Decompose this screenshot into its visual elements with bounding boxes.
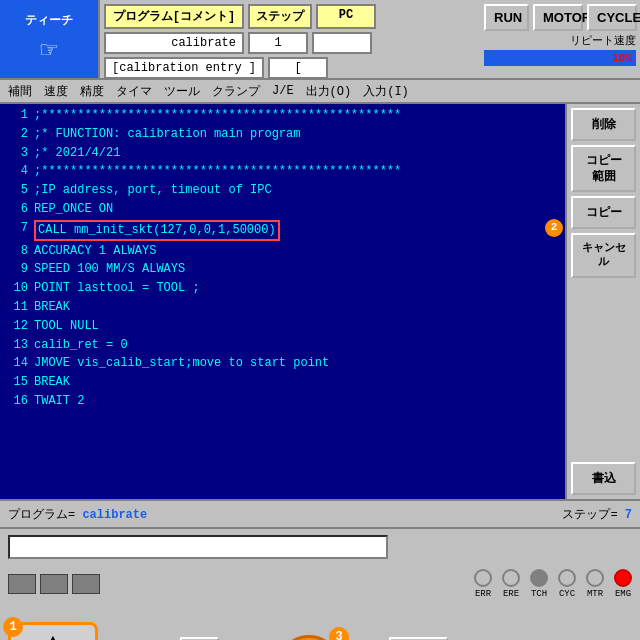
code-line-3[interactable]: 3;* 2021/4/21 [0,144,565,163]
code-line-6[interactable]: 6REP_ONCE ON [0,200,565,219]
line-number: 12 [4,318,28,335]
code-line-12[interactable]: 12TOOL NULL [0,317,565,336]
code-line-1[interactable]: 1;**************************************… [0,106,565,125]
mtr-circle [586,569,604,587]
line-number: 3 [4,145,28,162]
cancel-button[interactable]: キャンセル [571,233,636,278]
toolbar-hokan[interactable]: 補間 [8,83,32,100]
line-text: TOOL NULL [34,318,99,335]
line-number: 9 [4,261,28,278]
line-text: ;* 2021/4/21 [34,145,120,162]
run-button[interactable]: RUN [484,4,529,31]
status-bar: プログラム= calibrate ステップ= 7 [0,499,640,529]
code-line-13[interactable]: 13calib_ret = 0 [0,336,565,355]
code-line-10[interactable]: 10POINT lasttool = TOOL ; [0,279,565,298]
line-number: 15 [4,374,28,391]
code-line-11[interactable]: 11BREAK [0,298,565,317]
code-line-2[interactable]: 2;* FUNCTION: calibration main program [0,125,565,144]
program-label: プログラム[コメント] [104,4,244,29]
cycle-button[interactable]: CYCLE [587,4,637,31]
tch-status: TCH [530,569,548,599]
tch-circle [530,569,548,587]
code-line-15[interactable]: 15BREAK [0,373,565,392]
motor-button[interactable]: MOTOR [533,4,583,31]
help-teach-speed-button[interactable]: HELPTEACHSPEED [180,637,219,641]
line-number: 6 [4,201,28,218]
line-number: 4 [4,163,28,180]
code-content: 1;**************************************… [0,104,565,499]
line-number: 2 [4,126,28,143]
delete-button[interactable]: 削除 [571,108,636,141]
toolbar-precision[interactable]: 精度 [80,83,104,100]
toolbar-speed[interactable]: 速度 [44,83,68,100]
prog-status-label: プログラム= [8,508,75,522]
toolbar-clamp[interactable]: クランプ [212,83,260,100]
code-line-5[interactable]: 5;IP address, port, timeout of IPC [0,181,565,200]
copy-range-button[interactable]: コピー範囲 [571,145,636,192]
code-area: 1;**************************************… [0,104,640,499]
toolbar-input[interactable]: 入力(I) [363,83,409,100]
err-status: ERR [474,569,492,599]
line-number: 7 [4,220,28,241]
cyc-status: CYC [558,569,576,599]
enter-badge: 3 [329,627,349,640]
input-area [0,529,640,565]
cyc-label: CYC [559,589,575,599]
prog-status: プログラム= calibrate [8,506,147,523]
copy-button[interactable]: コピー [571,196,636,229]
ere-label: ERE [503,589,519,599]
pc-label: PC [316,4,376,29]
line-number: 1 [4,107,28,124]
speed-value: 10% [612,52,632,64]
emg-label: EMG [615,589,631,599]
line-number: 5 [4,182,28,199]
command-input[interactable] [8,535,388,559]
ere-circle [502,569,520,587]
line-text: REP_ONCE ON [34,201,113,218]
line-number: 14 [4,355,28,372]
code-line-14[interactable]: 14JMOVE vis_calib_start;move to start po… [0,354,565,373]
controls-area: 1 ▲ ◀ · ▶ ▼ MENU HELPTEACHSPEED INTERP →… [0,603,640,640]
toolbar-tool[interactable]: ツール [164,83,200,100]
status-icons: ERR ERE TCH CYC MTR EMG [474,569,632,599]
write-button[interactable]: 書込 [571,462,636,495]
ere-status: ERE [502,569,520,599]
err-label: ERR [475,589,491,599]
teach-label: ティーチ [25,12,73,29]
program-value: calibrate [104,32,244,54]
line-text: ACCURACY 1 ALWAYS [34,243,156,260]
line-text: calib_ret = 0 [34,337,128,354]
code-line-9[interactable]: 9SPEED 100 MM/S ALWAYS [0,260,565,279]
bottom-panel: ERR ERE TCH CYC MTR EMG [0,565,640,640]
line-number: 11 [4,299,28,316]
teach-panel: ティーチ ☞ [0,0,100,78]
code-line-4[interactable]: 4;**************************************… [0,162,565,181]
line-text: CALL mm_init_skt(127,0,0,1,50000) [34,220,280,241]
right-sidebar: 削除 コピー範囲 コピー キャンセル 書込 [565,104,640,499]
mtr-status: MTR [586,569,604,599]
emg-status: EMG [614,569,632,599]
line-number: 10 [4,280,28,297]
line-text: ;IP address, port, timeout of IPC [34,182,272,199]
mini-icon-1 [8,574,36,594]
err-circle [474,569,492,587]
pc-value [312,32,372,54]
program-section: プログラム[コメント] ステップ PC calibrate 1 [calibra… [100,0,480,78]
step-value: 1 [248,32,308,54]
step-bracket: [ [268,57,328,79]
code-line-7[interactable]: 7CALL mm_init_skt(127,0,0,1,50000)2 [0,219,565,242]
line-badge: 2 [545,219,563,237]
toolbar-output[interactable]: 出力(O) [306,83,352,100]
line-text: ;***************************************… [34,107,401,124]
toolbar-je[interactable]: J/E [272,84,294,98]
cyc-circle [558,569,576,587]
tch-label: TCH [531,589,547,599]
dpad-up[interactable]: ▲ [40,627,67,640]
right-buttons: RUN MOTOR CYCLE リピート速度 10% [480,0,640,78]
mini-icon-2 [40,574,68,594]
code-line-8[interactable]: 8ACCURACY 1 ALWAYS [0,242,565,261]
mtr-label: MTR [587,589,603,599]
toolbar-timer[interactable]: タイマ [116,83,152,100]
code-line-16[interactable]: 16TWAIT 2 [0,392,565,411]
prog-status-value: calibrate [82,508,147,522]
